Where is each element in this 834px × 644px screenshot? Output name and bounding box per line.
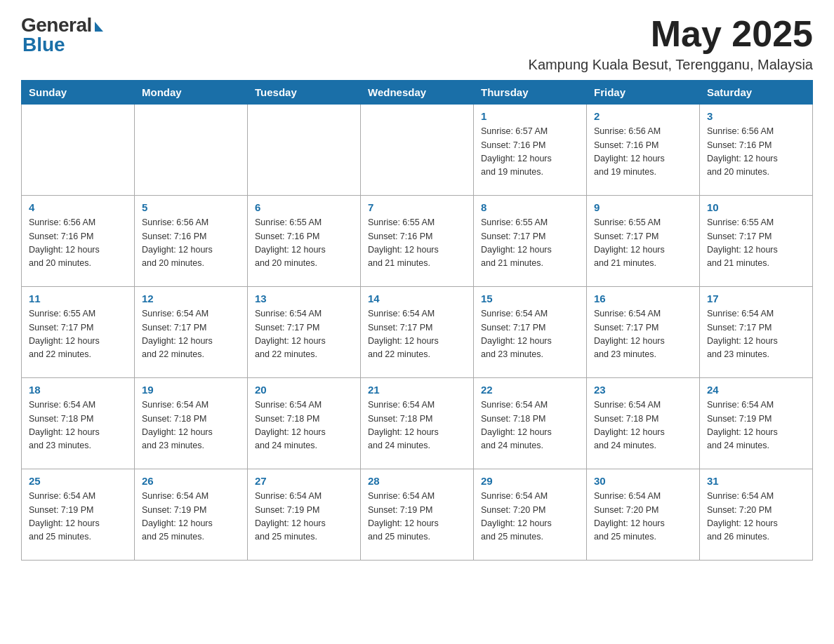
calendar-cell: 2Sunrise: 6:56 AMSunset: 7:16 PMDaylight… (587, 105, 700, 196)
day-info: Sunrise: 6:54 AMSunset: 7:17 PMDaylight:… (481, 307, 579, 362)
calendar-week-row: 11Sunrise: 6:55 AMSunset: 7:17 PMDayligh… (22, 287, 813, 378)
calendar-cell: 9Sunrise: 6:55 AMSunset: 7:17 PMDaylight… (587, 196, 700, 287)
day-info: Sunrise: 6:56 AMSunset: 7:16 PMDaylight:… (29, 216, 127, 271)
day-number: 24 (707, 384, 805, 396)
calendar-cell: 23Sunrise: 6:54 AMSunset: 7:18 PMDayligh… (587, 378, 700, 469)
weekday-header-sunday: Sunday (22, 81, 135, 105)
calendar-cell: 10Sunrise: 6:55 AMSunset: 7:17 PMDayligh… (700, 196, 813, 287)
day-number: 25 (29, 475, 127, 487)
calendar-cell: 17Sunrise: 6:54 AMSunset: 7:17 PMDayligh… (700, 287, 813, 378)
calendar-cell: 22Sunrise: 6:54 AMSunset: 7:18 PMDayligh… (474, 378, 587, 469)
day-info: Sunrise: 6:54 AMSunset: 7:20 PMDaylight:… (594, 490, 692, 544)
day-number: 26 (142, 475, 240, 487)
day-number: 23 (594, 384, 692, 396)
day-info: Sunrise: 6:55 AMSunset: 7:16 PMDaylight:… (255, 216, 353, 271)
calendar-week-row: 18Sunrise: 6:54 AMSunset: 7:18 PMDayligh… (22, 378, 813, 469)
day-number: 7 (368, 201, 466, 213)
location-title: Kampung Kuala Besut, Terengganu, Malaysi… (529, 57, 813, 73)
day-number: 14 (368, 293, 466, 304)
day-info: Sunrise: 6:54 AMSunset: 7:17 PMDaylight:… (255, 307, 353, 362)
day-info: Sunrise: 6:56 AMSunset: 7:16 PMDaylight:… (594, 125, 692, 180)
day-info: Sunrise: 6:54 AMSunset: 7:18 PMDaylight:… (594, 398, 692, 453)
calendar-cell: 7Sunrise: 6:55 AMSunset: 7:16 PMDaylight… (361, 196, 474, 287)
day-number: 5 (142, 201, 240, 213)
day-number: 11 (29, 293, 127, 304)
day-info: Sunrise: 6:54 AMSunset: 7:19 PMDaylight:… (29, 490, 127, 544)
day-info: Sunrise: 6:54 AMSunset: 7:19 PMDaylight:… (707, 398, 805, 453)
weekday-header-monday: Monday (135, 81, 248, 105)
logo-blue-text: Blue (22, 34, 65, 56)
day-info: Sunrise: 6:54 AMSunset: 7:17 PMDaylight:… (594, 307, 692, 362)
day-number: 10 (707, 201, 805, 213)
logo-triangle-icon (95, 22, 103, 32)
page-header: General Blue May 2025 Kampung Kuala Besu… (21, 14, 813, 73)
calendar-cell (361, 105, 474, 196)
day-number: 30 (594, 475, 692, 487)
day-number: 8 (481, 201, 579, 213)
day-info: Sunrise: 6:54 AMSunset: 7:20 PMDaylight:… (481, 490, 579, 544)
calendar-cell: 27Sunrise: 6:54 AMSunset: 7:19 PMDayligh… (248, 469, 361, 561)
day-number: 28 (368, 475, 466, 487)
day-info: Sunrise: 6:54 AMSunset: 7:17 PMDaylight:… (368, 307, 466, 362)
calendar-cell: 24Sunrise: 6:54 AMSunset: 7:19 PMDayligh… (700, 378, 813, 469)
logo: General Blue (21, 14, 103, 56)
calendar-cell: 29Sunrise: 6:54 AMSunset: 7:20 PMDayligh… (474, 469, 587, 561)
day-number: 12 (142, 293, 240, 304)
day-number: 15 (481, 293, 579, 304)
day-info: Sunrise: 6:55 AMSunset: 7:17 PMDaylight:… (29, 307, 127, 362)
calendar-cell: 6Sunrise: 6:55 AMSunset: 7:16 PMDaylight… (248, 196, 361, 287)
calendar-cell: 5Sunrise: 6:56 AMSunset: 7:16 PMDaylight… (135, 196, 248, 287)
day-number: 22 (481, 384, 579, 396)
calendar-table: SundayMondayTuesdayWednesdayThursdayFrid… (21, 80, 813, 561)
day-info: Sunrise: 6:54 AMSunset: 7:18 PMDaylight:… (255, 398, 353, 453)
calendar-cell: 4Sunrise: 6:56 AMSunset: 7:16 PMDaylight… (22, 196, 135, 287)
day-info: Sunrise: 6:56 AMSunset: 7:16 PMDaylight:… (142, 216, 240, 271)
calendar-cell: 31Sunrise: 6:54 AMSunset: 7:20 PMDayligh… (700, 469, 813, 561)
day-info: Sunrise: 6:54 AMSunset: 7:19 PMDaylight:… (255, 490, 353, 544)
day-info: Sunrise: 6:54 AMSunset: 7:17 PMDaylight:… (142, 307, 240, 362)
calendar-week-row: 4Sunrise: 6:56 AMSunset: 7:16 PMDaylight… (22, 196, 813, 287)
calendar-cell: 30Sunrise: 6:54 AMSunset: 7:20 PMDayligh… (587, 469, 700, 561)
day-number: 6 (255, 201, 353, 213)
day-number: 4 (29, 201, 127, 213)
calendar-cell: 28Sunrise: 6:54 AMSunset: 7:19 PMDayligh… (361, 469, 474, 561)
day-info: Sunrise: 6:57 AMSunset: 7:16 PMDaylight:… (481, 125, 579, 180)
day-number: 16 (594, 293, 692, 304)
weekday-header-thursday: Thursday (474, 81, 587, 105)
day-info: Sunrise: 6:54 AMSunset: 7:18 PMDaylight:… (481, 398, 579, 453)
day-info: Sunrise: 6:54 AMSunset: 7:18 PMDaylight:… (29, 398, 127, 453)
calendar-cell: 13Sunrise: 6:54 AMSunset: 7:17 PMDayligh… (248, 287, 361, 378)
calendar-cell: 26Sunrise: 6:54 AMSunset: 7:19 PMDayligh… (135, 469, 248, 561)
calendar-week-row: 1Sunrise: 6:57 AMSunset: 7:16 PMDaylight… (22, 105, 813, 196)
calendar-cell (135, 105, 248, 196)
day-number: 9 (594, 201, 692, 213)
weekday-header-tuesday: Tuesday (248, 81, 361, 105)
calendar-cell: 16Sunrise: 6:54 AMSunset: 7:17 PMDayligh… (587, 287, 700, 378)
title-block: May 2025 Kampung Kuala Besut, Terengganu… (529, 14, 813, 73)
day-info: Sunrise: 6:54 AMSunset: 7:20 PMDaylight:… (707, 490, 805, 544)
calendar-cell: 14Sunrise: 6:54 AMSunset: 7:17 PMDayligh… (361, 287, 474, 378)
calendar-cell: 1Sunrise: 6:57 AMSunset: 7:16 PMDaylight… (474, 105, 587, 196)
calendar-week-row: 25Sunrise: 6:54 AMSunset: 7:19 PMDayligh… (22, 469, 813, 561)
day-number: 21 (368, 384, 466, 396)
calendar-cell: 12Sunrise: 6:54 AMSunset: 7:17 PMDayligh… (135, 287, 248, 378)
day-number: 27 (255, 475, 353, 487)
day-info: Sunrise: 6:54 AMSunset: 7:19 PMDaylight:… (142, 490, 240, 544)
day-number: 29 (481, 475, 579, 487)
weekday-header-friday: Friday (587, 81, 700, 105)
day-info: Sunrise: 6:54 AMSunset: 7:18 PMDaylight:… (368, 398, 466, 453)
day-info: Sunrise: 6:54 AMSunset: 7:18 PMDaylight:… (142, 398, 240, 453)
day-info: Sunrise: 6:54 AMSunset: 7:19 PMDaylight:… (368, 490, 466, 544)
day-info: Sunrise: 6:55 AMSunset: 7:17 PMDaylight:… (707, 216, 805, 271)
calendar-cell (248, 105, 361, 196)
calendar-cell: 11Sunrise: 6:55 AMSunset: 7:17 PMDayligh… (22, 287, 135, 378)
day-number: 19 (142, 384, 240, 396)
calendar-header-row: SundayMondayTuesdayWednesdayThursdayFrid… (22, 81, 813, 105)
calendar-cell: 18Sunrise: 6:54 AMSunset: 7:18 PMDayligh… (22, 378, 135, 469)
day-number: 3 (707, 110, 805, 122)
day-info: Sunrise: 6:56 AMSunset: 7:16 PMDaylight:… (707, 125, 805, 180)
day-number: 31 (707, 475, 805, 487)
day-info: Sunrise: 6:55 AMSunset: 7:17 PMDaylight:… (594, 216, 692, 271)
day-number: 1 (481, 110, 579, 122)
month-title: May 2025 (529, 14, 813, 54)
